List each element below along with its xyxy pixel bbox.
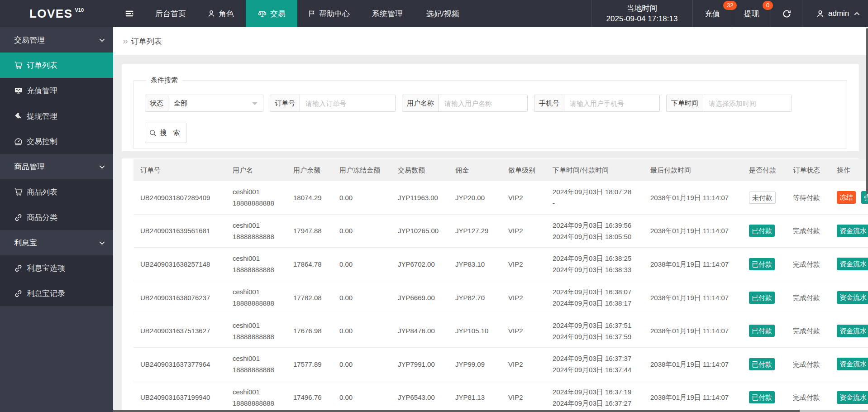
cell-balance: 17782.08 bbox=[286, 281, 333, 314]
status-filter-group: 状态 全部 bbox=[145, 95, 263, 112]
cell-paid-status: 未付款 bbox=[742, 181, 786, 214]
cell-balance: 17676.98 bbox=[286, 314, 333, 348]
column-header: 交易数额 bbox=[391, 159, 448, 181]
local-time-block: 当地时间 2025-09-04 17:18:13 bbox=[591, 0, 693, 27]
order-time-input[interactable] bbox=[703, 95, 792, 111]
sidebar-submenu-lixibao: 利息宝选项 利息宝记录 bbox=[0, 255, 113, 306]
cell-level: VIP2 bbox=[501, 347, 546, 381]
cell-order-status: 等待付款 bbox=[786, 181, 830, 214]
order-no-input[interactable] bbox=[300, 95, 395, 111]
username-input[interactable] bbox=[439, 95, 527, 111]
nav-item-help-center[interactable]: 帮助中心 bbox=[297, 0, 360, 27]
chevron-down-icon bbox=[99, 163, 105, 170]
withdraw-link[interactable]: 提现 0 bbox=[732, 0, 771, 27]
logo[interactable]: LOVES V10 bbox=[0, 0, 113, 27]
action-button[interactable]: 资金流水 bbox=[837, 291, 868, 304]
cell-paid-status: 已付款 bbox=[742, 347, 786, 381]
action-button[interactable]: 冻结 bbox=[837, 191, 856, 204]
sidebar-item-lixibao-records[interactable]: 利息宝记录 bbox=[0, 281, 113, 306]
nav-item-label: 选妃/视频 bbox=[426, 9, 459, 19]
refresh-button[interactable] bbox=[771, 0, 802, 27]
cell-actions: 资金流水 bbox=[830, 381, 868, 412]
sidebar-item-goods-category[interactable]: 商品分类 bbox=[0, 205, 113, 230]
cell-amount: JYP6669.00 bbox=[391, 281, 448, 314]
sidebar-group-label: 利息宝 bbox=[14, 238, 37, 248]
cell-balance: 17496.76 bbox=[286, 381, 333, 412]
action-button[interactable]: 资金流水 bbox=[837, 258, 868, 270]
status-label: 状态 bbox=[145, 95, 168, 111]
column-header: 操作 bbox=[830, 159, 868, 181]
cell-actions: 资金流水 bbox=[830, 214, 868, 248]
column-header: 下单时间/付款时间 bbox=[546, 159, 644, 181]
cell-actions: 资金流水 bbox=[830, 248, 868, 281]
action-button[interactable]: 资金流水 bbox=[837, 225, 868, 237]
sidebar: 交易管理 订单列表 充值管理 提现管理 交易控制 商品管理 商品列表 bbox=[0, 27, 113, 412]
nav-item-label: 系统管理 bbox=[372, 9, 403, 19]
sidebar-group-lixibao[interactable]: 利息宝 bbox=[0, 230, 113, 255]
sidebar-item-recharge-mgmt[interactable]: 充值管理 bbox=[0, 78, 113, 103]
horizontal-scrollbar[interactable] bbox=[113, 410, 868, 412]
sidebar-item-order-list[interactable]: 订单列表 bbox=[0, 53, 113, 78]
horizontal-scrollbar-thumb[interactable] bbox=[113, 410, 800, 412]
cell-order-time: 2024年09月03日 16:37:372024年09月03日 16:37:44 bbox=[546, 347, 644, 381]
order-no-filter-group: 订单号 bbox=[270, 95, 396, 112]
sidebar-item-withdraw-mgmt[interactable]: 提现管理 bbox=[0, 103, 113, 129]
board-icon bbox=[14, 86, 23, 95]
sidebar-item-label: 订单列表 bbox=[27, 60, 57, 71]
action-button[interactable]: 资金流水 bbox=[837, 391, 868, 404]
cell-level: VIP2 bbox=[501, 314, 546, 348]
nav-item-home[interactable]: 后台首页 bbox=[146, 0, 196, 27]
sidebar-item-goods-list[interactable]: 商品列表 bbox=[0, 179, 113, 205]
cell-amount: JYP6543.00 bbox=[391, 381, 448, 412]
logo-version: V10 bbox=[75, 7, 84, 13]
cell-commission: JYP20.00 bbox=[448, 181, 501, 214]
link-icon bbox=[14, 213, 23, 222]
nav-item-label: 角色 bbox=[219, 9, 234, 19]
filter-row: 状态 全部 订单号 用户名称 手机号 bbox=[145, 95, 847, 112]
column-header: 用户冻结金额 bbox=[333, 159, 391, 181]
sidebar-item-trade-control[interactable]: 交易控制 bbox=[0, 129, 113, 154]
search-button[interactable]: 搜 索 bbox=[145, 123, 186, 143]
cell-amount: JYP8476.00 bbox=[391, 314, 448, 348]
status-select[interactable]: 全部 bbox=[168, 95, 263, 111]
action-button[interactable]: 资金流水 bbox=[837, 358, 868, 370]
withdraw-badge: 0 bbox=[763, 1, 773, 10]
recharge-link[interactable]: 充值 32 bbox=[693, 0, 732, 27]
cell-commission: JYP99.09 bbox=[448, 347, 501, 381]
user-menu[interactable]: admin bbox=[802, 0, 868, 27]
vertical-scrollbar-thumb[interactable] bbox=[866, 28, 868, 194]
sidebar-item-label: 利息宝选项 bbox=[27, 263, 65, 273]
cell-order-time: 2024年09月03日 16:37:192024年09月03日 16:37:27 bbox=[546, 381, 644, 412]
nav-item-trade[interactable]: 交易 bbox=[246, 0, 297, 27]
phone-input[interactable] bbox=[564, 95, 659, 111]
nav-item-system[interactable]: 系统管理 bbox=[360, 0, 415, 27]
cell-frozen: 0.00 bbox=[333, 248, 391, 281]
table-row: UB2409031639561681 ceshi00118888888888 1… bbox=[134, 214, 868, 248]
column-header: 用户余额 bbox=[286, 159, 333, 181]
action-button[interactable]: 资金流水 bbox=[837, 325, 868, 337]
cell-actions: 冻结强制付款 bbox=[830, 181, 868, 214]
status-selected-value: 全部 bbox=[174, 99, 187, 108]
nav-item-roles[interactable]: 角色 bbox=[196, 0, 246, 27]
cart-icon bbox=[14, 187, 23, 196]
phone-label: 手机号 bbox=[534, 95, 564, 111]
table-row: UB2409031637377964 ceshi00118888888888 1… bbox=[134, 347, 868, 381]
breadcrumb: » 订单列表 bbox=[113, 27, 868, 55]
paid-status-badge: 已付款 bbox=[749, 292, 775, 304]
sidebar-item-label: 交易控制 bbox=[27, 136, 57, 147]
sidebar-item-lixibao-options[interactable]: 利息宝选项 bbox=[0, 255, 113, 281]
withdraw-label: 提现 bbox=[744, 9, 759, 19]
table-row: UB2409031637199940 ceshi00118888888888 1… bbox=[134, 381, 868, 412]
cell-order-status: 完成付款 bbox=[786, 214, 830, 248]
sidebar-toggle-button[interactable] bbox=[113, 0, 146, 27]
paid-status-badge: 已付款 bbox=[749, 391, 775, 403]
recharge-label: 充值 bbox=[705, 9, 720, 19]
sidebar-group-trade[interactable]: 交易管理 bbox=[0, 27, 113, 53]
user-icon bbox=[816, 10, 825, 18]
cell-last-pay-time: 2038年01月19日 11:14:07 bbox=[644, 281, 742, 314]
gauge-icon bbox=[14, 137, 23, 146]
cell-level: VIP2 bbox=[501, 381, 546, 412]
sidebar-group-goods[interactable]: 商品管理 bbox=[0, 154, 113, 179]
cell-amount: JYP7991.00 bbox=[391, 347, 448, 381]
nav-item-video[interactable]: 选妃/视频 bbox=[415, 0, 471, 27]
